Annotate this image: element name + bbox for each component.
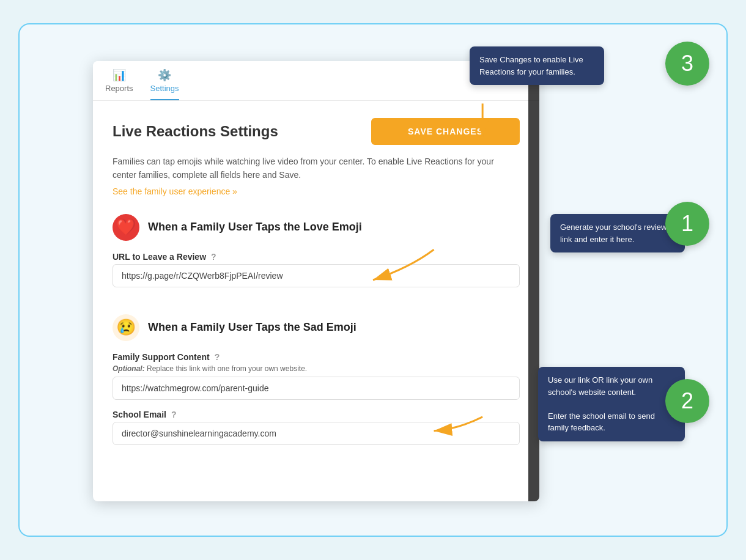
sad-section-title: When a Family User Taps the Sad Emoji (148, 321, 356, 334)
family-support-label: Family Support Content ? (113, 352, 520, 362)
family-support-help[interactable]: ? (215, 352, 220, 362)
sad-emoji-section: 😢 When a Family User Taps the Sad Emoji … (113, 314, 520, 455)
tooltip-email: Use our link OR link your own school's w… (538, 367, 685, 441)
tooltip-email-line2: Enter the school email to send family fe… (548, 411, 655, 433)
review-url-help[interactable]: ? (211, 252, 216, 262)
badge-3: 3 (665, 42, 709, 86)
sad-section-header: 😢 When a Family User Taps the Sad Emoji (113, 314, 520, 341)
family-support-note: Optional: Replace this link with one fro… (113, 364, 520, 373)
outer-frame: 📊 Reports ⚙️ Settings Live Reactions Set… (18, 23, 728, 537)
see-family-link[interactable]: See the family user experience » (113, 186, 237, 196)
badge-1: 1 (665, 202, 709, 246)
app-window: 📊 Reports ⚙️ Settings Live Reactions Set… (93, 61, 539, 501)
family-support-note-italic: Optional: (113, 364, 145, 373)
page-title: Live Reactions Settings (113, 123, 278, 140)
settings-icon: ⚙️ (158, 68, 171, 82)
settings-label: Settings (150, 84, 179, 93)
school-email-help[interactable]: ? (171, 410, 177, 419)
school-email-input[interactable] (113, 422, 520, 445)
school-email-label-text: School Email (113, 410, 166, 419)
school-email-label: School Email ? (113, 410, 520, 419)
review-url-label-text: URL to Leave a Review (113, 252, 206, 262)
sad-emoji-icon: 😢 (113, 314, 139, 341)
description-text: Families can tap emojis while watching l… (113, 155, 520, 182)
reports-label: Reports (105, 84, 133, 93)
love-emoji-icon: ❤️ (113, 214, 139, 241)
nav-item-settings[interactable]: ⚙️ Settings (150, 68, 179, 100)
content-header: Live Reactions Settings SAVE CHANGES (113, 118, 520, 145)
family-support-label-text: Family Support Content (113, 352, 210, 362)
tooltip-save: Save Changes to enable Live Reactions fo… (470, 46, 604, 85)
family-support-input[interactable] (113, 377, 520, 400)
reports-icon: 📊 (113, 68, 126, 82)
content-area: Live Reactions Settings SAVE CHANGES Fam… (93, 101, 539, 501)
love-emoji-section: ❤️ When a Family User Taps the Love Emoj… (113, 214, 520, 297)
badge-2: 2 (665, 379, 709, 423)
save-changes-button[interactable]: SAVE CHANGES (371, 118, 520, 145)
family-support-note-text: Replace this link with one from your own… (147, 364, 307, 373)
love-section-title: When a Family User Taps the Love Emoji (148, 221, 362, 234)
nav-item-reports[interactable]: 📊 Reports (105, 68, 133, 100)
tooltip-email-line1: Use our link OR link your own school's w… (548, 375, 652, 397)
review-url-input[interactable] (113, 264, 520, 287)
review-url-label: URL to Leave a Review ? (113, 252, 520, 262)
love-section-header: ❤️ When a Family User Taps the Love Emoj… (113, 214, 520, 241)
tooltip-generate: Generate your school's review link and e… (550, 214, 685, 252)
